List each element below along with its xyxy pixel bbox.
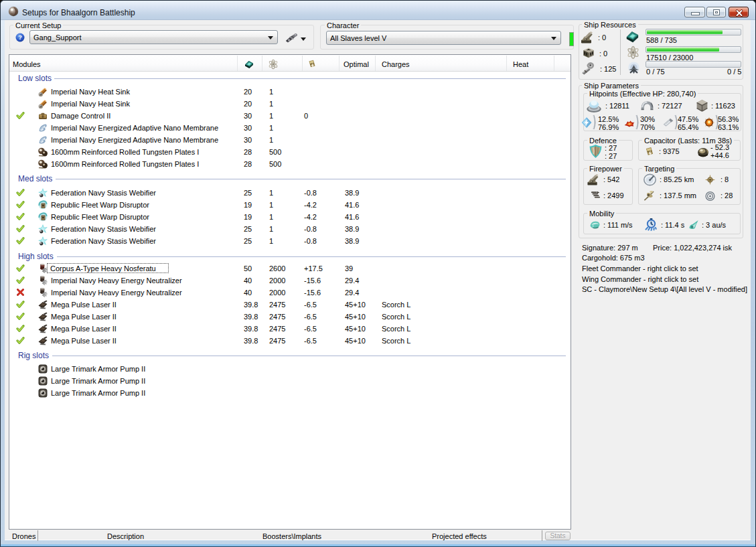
svg-text:?: ? (18, 34, 22, 41)
